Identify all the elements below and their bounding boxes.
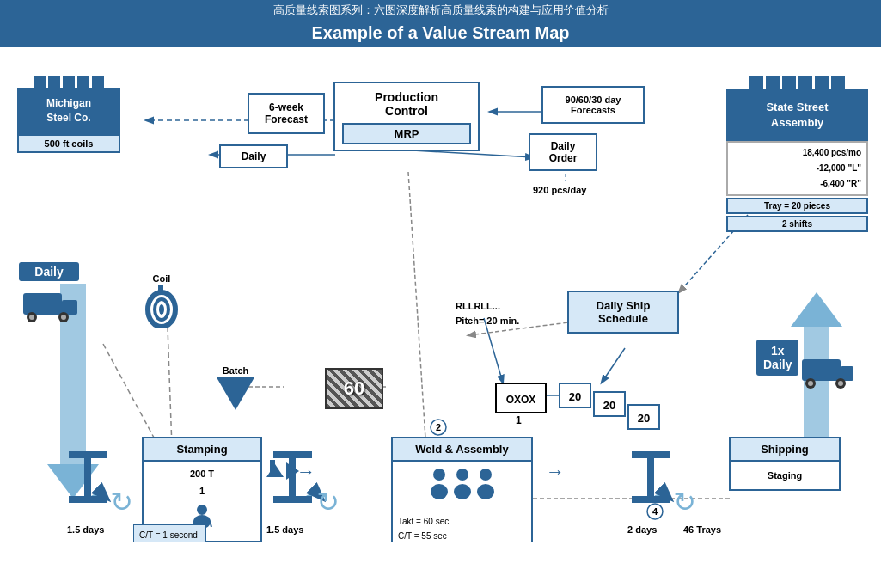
svg-point-44 [431, 484, 448, 499]
daily-ship-schedule-box: Daily ShipSchedule [567, 291, 679, 334]
daily-order-box: DailyOrder [529, 133, 597, 171]
svg-point-48 [477, 484, 494, 499]
michigan-steel-factory: MichiganSteel Co. 500 ft coils [17, 76, 120, 153]
michigan-label: MichiganSteel Co. [17, 88, 120, 134]
shipping-box: Shipping Staging [729, 437, 841, 491]
stamping-data-box: C/T = 1 second EPE = 1 day C/O = < 10 mi… [133, 524, 206, 542]
svg-point-47 [480, 469, 492, 481]
svg-point-43 [433, 469, 445, 481]
svg-rect-51 [69, 496, 107, 503]
cycle-arrow-left: ↺ [110, 486, 133, 518]
svg-line-8 [103, 344, 159, 447]
svg-rect-57 [632, 496, 670, 503]
svg-rect-52 [273, 451, 312, 458]
forecast90-box: 90/60/30 dayForecasts [541, 86, 645, 124]
svg-point-34 [29, 315, 34, 320]
svg-rect-58 [802, 359, 841, 381]
inv-right [632, 451, 670, 506]
ssa-shifts: 2 shifts [726, 216, 868, 232]
diagram-title: Example of a Value Stream Map [0, 19, 881, 47]
svg-rect-56 [647, 458, 654, 496]
ssa-tray: Tray = 20 pieces [726, 198, 868, 214]
inv-mid [273, 451, 312, 506]
svg-rect-54 [273, 496, 312, 503]
svg-point-41 [197, 505, 207, 515]
svg-rect-53 [289, 458, 296, 496]
one-x-daily-badge: 1xDaily [756, 340, 798, 376]
svg-rect-50 [84, 458, 91, 496]
ssa-label: State StreetAssembly [726, 89, 868, 141]
days-right: 2 days [627, 524, 657, 535]
production-control-box: ProductionControl MRP [333, 82, 480, 151]
kanban-20-b: 20 [593, 391, 626, 417]
sixty-box: 60 [325, 368, 383, 409]
pcs-day-label: 920 pcs/day [533, 185, 586, 195]
oxox-number: 1 [516, 414, 522, 426]
svg-text:4: 4 [652, 506, 658, 517]
svg-line-6 [413, 150, 533, 157]
svg-rect-55 [632, 451, 670, 458]
ssa-details: 18,400 pcs/mo -12,000 "L" -6,400 "R" [726, 141, 868, 196]
days-mid: 1.5 days [266, 524, 303, 535]
svg-point-40 [159, 304, 164, 315]
pc-title: ProductionControl [335, 83, 478, 119]
svg-point-18 [431, 420, 446, 435]
batch-triangle: Batch [217, 365, 254, 410]
top-banner: 高质量线索图系列：六图深度解析高质量线索的构建与应用价值分析 [0, 0, 881, 21]
svg-text:→: → [546, 461, 565, 482]
svg-line-9 [168, 327, 172, 447]
svg-point-63 [838, 381, 843, 386]
svg-rect-49 [69, 451, 107, 458]
rll-label: RLLRLL...Pitch= 20 min. [456, 299, 519, 328]
svg-point-46 [454, 484, 471, 499]
svg-rect-31 [23, 293, 62, 315]
daily-left-label: Daily [219, 144, 288, 168]
cycle-arrow-right: ↺ [673, 486, 696, 518]
cycle-arrow-mid: ↺ [316, 486, 340, 518]
ssa-factory: State StreetAssembly 18,400 pcs/mo -12,0… [726, 76, 868, 232]
banner-text: 高质量线索图系列：六图深度解析高质量线索的构建与应用价值分析 [273, 3, 609, 16]
svg-text:2: 2 [436, 422, 441, 432]
truck-right [798, 351, 853, 393]
inv-left [69, 451, 107, 506]
oxox-box: OXOX [495, 383, 547, 413]
michigan-sublabel: 500 ft coils [17, 134, 120, 153]
forecast-box: 6-week Forecast [248, 93, 325, 134]
kanban-20-c: 20 [627, 404, 660, 430]
svg-point-61 [808, 381, 813, 386]
svg-point-45 [456, 469, 468, 481]
svg-line-16 [408, 172, 425, 438]
svg-line-13 [484, 318, 503, 383]
weld-box: Weld & Assembly Takt = 60 sec C/T = 55 s… [391, 437, 533, 542]
coil-icon: Coil [144, 273, 179, 332]
svg-point-36 [61, 315, 66, 320]
truck-left: Daily [19, 262, 79, 327]
days-left: 1.5 days [67, 524, 104, 535]
mrp-label: MRP [342, 123, 471, 144]
svg-marker-3 [791, 292, 842, 327]
trays-label: 46 Trays [683, 524, 721, 535]
svg-line-12 [602, 348, 625, 383]
kanban-20-a: 20 [559, 383, 591, 408]
